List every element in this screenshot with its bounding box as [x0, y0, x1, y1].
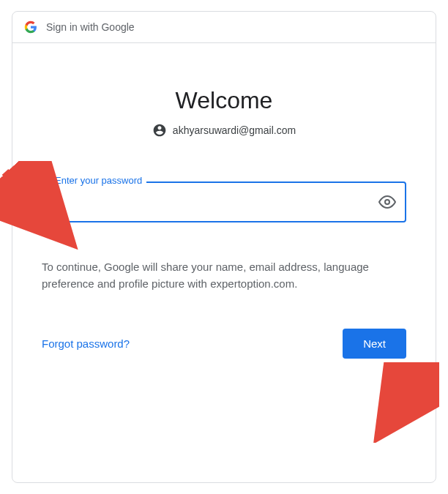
account-chip[interactable]: akhyarsuwardi@gmail.com	[42, 123, 406, 138]
svg-point-0	[385, 200, 389, 204]
password-input[interactable]	[42, 181, 406, 222]
google-logo-icon	[24, 20, 37, 34]
forgot-password-link[interactable]: Forgot password?	[42, 337, 130, 350]
disclosure-text: To continue, Google will share your name…	[42, 259, 406, 292]
actions-row: Forgot password? Next	[42, 329, 406, 359]
card-content: Welcome akhyarsuwardi@gmail.com Enter yo…	[12, 43, 436, 381]
header-title: Sign in with Google	[46, 21, 135, 33]
card-header: Sign in with Google	[12, 12, 436, 43]
password-field-wrap: Enter your password	[42, 181, 406, 222]
welcome-heading: Welcome	[42, 87, 406, 114]
signin-card: Sign in with Google Welcome akhyarsuward…	[12, 11, 436, 483]
account-email: akhyarsuwardi@gmail.com	[173, 124, 296, 136]
password-label: Enter your password	[51, 175, 146, 186]
account-circle-icon	[152, 123, 167, 138]
next-button[interactable]: Next	[343, 329, 406, 359]
show-password-icon[interactable]	[378, 193, 396, 211]
